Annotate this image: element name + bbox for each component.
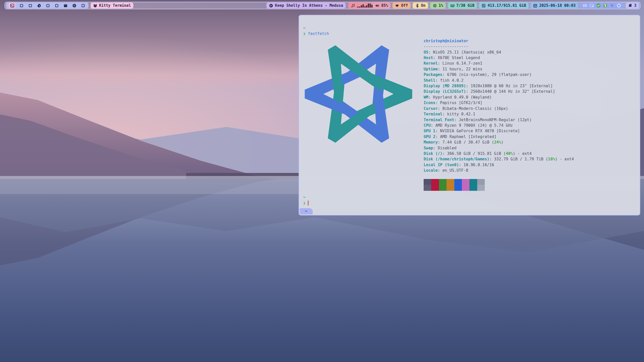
spotify-icon [72, 4, 76, 8]
spotify-icon [269, 4, 273, 8]
fastfetch-line: OS: NixOS 25.11 (Xantusia) x86_64 [424, 50, 637, 55]
command-text: fastfetch [308, 31, 329, 36]
window-icon [63, 4, 68, 8]
workspace-item-9[interactable] [80, 3, 86, 8]
fastfetch-line: Kernel: Linux 6.14.7-zen1 [424, 61, 637, 66]
cat-icon [93, 4, 97, 8]
status-module-clock[interactable]: 2025-06-18 00:03 [531, 3, 578, 9]
palette-swatch [469, 179, 477, 185]
palette-swatch [454, 179, 462, 185]
palette-swatch [447, 185, 454, 191]
harddisk-icon [481, 4, 486, 8]
workspace-item-4[interactable] [36, 3, 42, 8]
notification-count: 3 [634, 3, 636, 8]
palette-swatch [424, 179, 431, 185]
fastfetch-line: Disk (/): 366.58 GiB / 915.81 GiB (40%) … [424, 151, 637, 156]
palette-swatch [447, 179, 454, 185]
fastfetch-separator: ------------------- [424, 44, 468, 49]
status-module-cpu[interactable]: 1% [430, 3, 446, 9]
music-note-icon [351, 4, 355, 8]
status-module-volume[interactable]: 85% [373, 3, 390, 9]
status-text-bluetooth: On [421, 3, 426, 8]
fastfetch-line: Terminal Font: JetBrainsMonoNFM-Regular … [424, 117, 637, 123]
status-module-disk[interactable]: 413.17/915.81 GiB [479, 3, 529, 9]
workspace-item-6[interactable] [54, 3, 59, 8]
workspace-item-3[interactable] [27, 3, 33, 8]
fastfetch-info: christoph@nixinator-------------------OS… [424, 38, 637, 191]
fastfetch-line: Display (MD 20889): 1920x1080 @ 60 Hz in… [424, 83, 637, 89]
palette-swatch [477, 185, 485, 191]
fastfetch-line: Swap: Disabled [424, 145, 637, 151]
status-text-memory: 7/30 GiB [456, 3, 474, 8]
window-title-label: Kitty Terminal [99, 3, 131, 8]
palette-swatch [477, 179, 485, 185]
bell-icon [628, 4, 632, 8]
speaker-icon [375, 4, 379, 8]
now-playing-label: Keep Shelly In Athens - Medusa [275, 3, 343, 8]
fastfetch-line: Uptime: 11 hours, 22 mins [424, 66, 637, 72]
active-window-title[interactable]: Kitty Terminal [91, 3, 133, 9]
status-module-memory[interactable]: 7/30 GiB [448, 3, 477, 9]
fastfetch-line: Host: X670E Steel Legend [424, 55, 637, 61]
check-circle-icon[interactable] [596, 3, 601, 8]
key-circle-icon[interactable] [603, 3, 608, 8]
palette-swatch [431, 179, 439, 185]
wifi-icon [395, 4, 399, 8]
calendar-icon [533, 4, 537, 8]
status-text-network: Off [401, 3, 408, 8]
prompt-symbol: ❯ [303, 31, 305, 36]
spotify-tray-icon[interactable] [617, 3, 621, 8]
fastfetch-line: WM: Hyprland 0.49.0 (Wayland) [424, 95, 637, 100]
fastfetch-line: CPU: AMD Ryzen 9 7900X (24) @ 5.74 GHz [424, 123, 637, 128]
keyboard-icon[interactable] [583, 3, 587, 8]
workspace-item-8[interactable] [71, 3, 77, 8]
system-tray [580, 3, 624, 9]
status-module-bluetooth[interactable]: On [413, 3, 428, 9]
terminal-prompt: ~ ❯ [303, 195, 309, 206]
bluetooth-icon [415, 4, 419, 8]
empty-workspace-icon [19, 4, 24, 8]
workspace-item-2[interactable] [19, 3, 24, 8]
fastfetch-title: christoph@nixinator [424, 39, 468, 43]
kitty-terminal-window[interactable]: ~ ❯ fastfetch christoph@nixinator-------… [299, 15, 640, 215]
workspace-item-7[interactable] [63, 3, 68, 8]
fastfetch-line: Cursor: Bibata-Modern-Classic (16px) [424, 106, 637, 111]
empty-workspace-icon [28, 4, 32, 8]
top-bar: Kitty Terminal Keep Shelly In Athens - M… [5, 2, 640, 9]
ram-icon [450, 4, 455, 8]
palette-swatch [454, 185, 462, 191]
terminal-color-palette [424, 179, 637, 191]
nixos-logo [303, 39, 414, 149]
empty-workspace-icon [81, 4, 85, 8]
status-module-network[interactable]: Off [392, 3, 410, 9]
fastfetch-line: Local IP (tun0): 10.96.0.16/16 [424, 162, 637, 168]
fastfetch-line: Icons: Papirus [GTK2/3/4] [424, 100, 637, 106]
empty-workspace-icon [55, 4, 59, 8]
screenshot-icon[interactable] [589, 3, 594, 8]
terminal-output: ~ ❯ fastfetch christoph@nixinator-------… [303, 25, 637, 191]
palette-swatch [462, 179, 469, 185]
firefox-icon [37, 4, 41, 8]
palette-swatch [469, 185, 477, 191]
terminal-tab[interactable]: ~ [300, 208, 313, 214]
status-text-cpu: 1% [439, 3, 443, 8]
vesktop-icon[interactable] [610, 3, 614, 8]
fastfetch-line: Memory: 7.44 GiB / 30.47 GiB (24%) [424, 140, 637, 145]
fastfetch-line: GPU 1: NVIDIA GeForce RTX 4070 [Discrete… [424, 128, 637, 134]
notification-module[interactable]: 3 [626, 3, 639, 9]
fastfetch-line: Terminal: kitty 0.42.1 [424, 111, 637, 117]
fastfetch-line: Locale: en_US.UTF-8 [424, 168, 637, 173]
text-cursor [308, 201, 309, 205]
workspace-switcher [6, 3, 89, 9]
fastfetch-line: Display (LC32G5xT): 644x362 @ 144 Hz i… [424, 89, 637, 94]
empty-workspace-icon [46, 4, 50, 8]
fastfetch-line: Disk (/home/christoph/Games): 332.79 GiB… [424, 156, 637, 162]
media-player-module[interactable]: Keep Shelly In Athens - Medusa [266, 3, 346, 9]
workspace-item-1[interactable] [9, 3, 15, 8]
terminal-icon [10, 4, 14, 8]
prompt-path: ~ [303, 26, 305, 30]
status-text-clock: 2025-06-18 00:03 [539, 3, 576, 8]
workspace-item-5[interactable] [45, 3, 51, 8]
terminal-tab-bar: ~ [300, 208, 639, 214]
palette-swatch [439, 185, 447, 191]
